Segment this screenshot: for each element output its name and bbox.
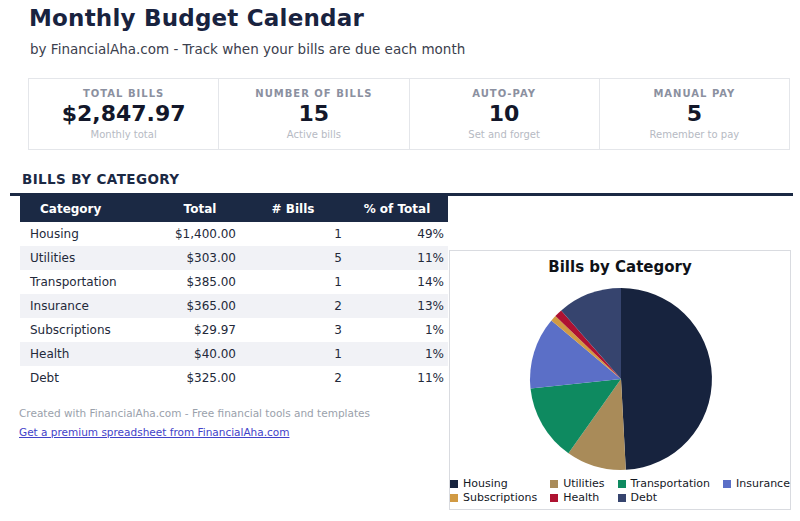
legend-swatch xyxy=(450,480,458,488)
chart-legend: HousingUtilitiesTransportationInsuranceS… xyxy=(450,477,790,504)
pie-slice-housing xyxy=(621,288,712,470)
page-subtitle: by FinancialAha.com - Track when your bi… xyxy=(30,41,465,57)
cell-value: 11% xyxy=(346,366,448,390)
stat-value: 5 xyxy=(600,101,789,126)
cell-value: $29.97 xyxy=(160,318,240,342)
stat-label: TOTAL BILLS xyxy=(29,88,218,99)
page-title: Monthly Budget Calendar xyxy=(29,5,364,31)
table-row: Health$40.0011% xyxy=(20,342,448,366)
cell-category: Transportation xyxy=(20,270,160,294)
table-row: Utilities$303.00511% xyxy=(20,246,448,270)
column-header-percent: % of Total xyxy=(346,196,448,222)
table-row: Transportation$385.00114% xyxy=(20,270,448,294)
column-header-bills: # Bills xyxy=(240,196,346,222)
legend-label: Health xyxy=(563,491,599,504)
legend-swatch xyxy=(618,480,626,488)
cell-value: 1% xyxy=(346,318,448,342)
stat-sublabel: Monthly total xyxy=(29,129,218,140)
cell-value: 13% xyxy=(346,294,448,318)
bills-table-body: Housing$1,400.00149%Utilities$303.00511%… xyxy=(20,222,448,390)
stat-value: 10 xyxy=(410,101,599,126)
legend-item-health: Health xyxy=(550,491,604,504)
cell-value: $303.00 xyxy=(160,246,240,270)
stat-value: 15 xyxy=(219,101,408,126)
cell-value: 1 xyxy=(240,270,346,294)
cell-category: Health xyxy=(20,342,160,366)
cell-value: $365.00 xyxy=(160,294,240,318)
legend-label: Housing xyxy=(463,477,508,490)
column-header-total: Total xyxy=(160,196,240,222)
cell-category: Debt xyxy=(20,366,160,390)
cell-value: 1 xyxy=(240,222,346,246)
legend-swatch xyxy=(618,494,626,502)
legend-item-transportation: Transportation xyxy=(618,477,710,490)
stat-card-number-of-bills: NUMBER OF BILLS 15 Active bills xyxy=(218,79,408,149)
footer-credit: Created with FinancialAha.com - Free fin… xyxy=(19,407,370,419)
cell-value: $40.00 xyxy=(160,342,240,366)
stat-label: MANUAL PAY xyxy=(600,88,789,99)
stat-value: $2,847.97 xyxy=(29,101,218,126)
stat-label: NUMBER OF BILLS xyxy=(219,88,408,99)
legend-label: Transportation xyxy=(631,477,710,490)
cell-value: 1% xyxy=(346,342,448,366)
cell-value: 3 xyxy=(240,318,346,342)
stat-sublabel: Remember to pay xyxy=(600,129,789,140)
table-header-row: Category Total # Bills % of Total xyxy=(20,196,448,222)
chart-title: Bills by Category xyxy=(450,258,790,276)
chart-card: Bills by Category HousingUtilitiesTransp… xyxy=(449,250,791,510)
stat-card-manual-pay: MANUAL PAY 5 Remember to pay xyxy=(599,79,789,149)
cell-value: $325.00 xyxy=(160,366,240,390)
legend-label: Debt xyxy=(631,491,658,504)
cell-value: 5 xyxy=(240,246,346,270)
stats-row: TOTAL BILLS $2,847.97 Monthly total NUMB… xyxy=(28,78,790,150)
legend-label: Subscriptions xyxy=(463,491,537,504)
table-row: Subscriptions$29.9731% xyxy=(20,318,448,342)
bills-table: Category Total # Bills % of Total Housin… xyxy=(20,196,448,390)
column-header-category: Category xyxy=(20,196,160,222)
cell-category: Subscriptions xyxy=(20,318,160,342)
premium-spreadsheet-link[interactable]: Get a premium spreadsheet from Financial… xyxy=(19,426,289,438)
section-title: BILLS BY CATEGORY xyxy=(22,171,180,187)
legend-item-housing: Housing xyxy=(450,477,537,490)
cell-value: 2 xyxy=(240,294,346,318)
stat-label: AUTO-PAY xyxy=(410,88,599,99)
legend-item-subscriptions: Subscriptions xyxy=(450,491,537,504)
stat-card-auto-pay: AUTO-PAY 10 Set and forget xyxy=(409,79,599,149)
legend-label: Insurance xyxy=(736,477,790,490)
legend-swatch xyxy=(723,480,731,488)
cell-value: 11% xyxy=(346,246,448,270)
legend-swatch xyxy=(550,480,558,488)
cell-category: Utilities xyxy=(20,246,160,270)
pie-chart xyxy=(450,275,790,475)
cell-value: $385.00 xyxy=(160,270,240,294)
table-row: Housing$1,400.00149% xyxy=(20,222,448,246)
cell-value: 2 xyxy=(240,366,346,390)
stat-sublabel: Set and forget xyxy=(410,129,599,140)
legend-swatch xyxy=(550,494,558,502)
legend-swatch xyxy=(450,494,458,502)
legend-item-insurance: Insurance xyxy=(723,477,790,490)
stat-sublabel: Active bills xyxy=(219,129,408,140)
page: Monthly Budget Calendar by FinancialAha.… xyxy=(0,0,800,521)
stat-card-total-bills: TOTAL BILLS $2,847.97 Monthly total xyxy=(29,79,218,149)
legend-label: Utilities xyxy=(563,477,604,490)
table-row: Debt$325.00211% xyxy=(20,366,448,390)
cell-category: Housing xyxy=(20,222,160,246)
cell-value: 14% xyxy=(346,270,448,294)
cell-value: $1,400.00 xyxy=(160,222,240,246)
table-row: Insurance$365.00213% xyxy=(20,294,448,318)
legend-item-utilities: Utilities xyxy=(550,477,604,490)
cell-category: Insurance xyxy=(20,294,160,318)
cell-value: 1 xyxy=(240,342,346,366)
cell-value: 49% xyxy=(346,222,448,246)
legend-item-debt: Debt xyxy=(618,491,710,504)
